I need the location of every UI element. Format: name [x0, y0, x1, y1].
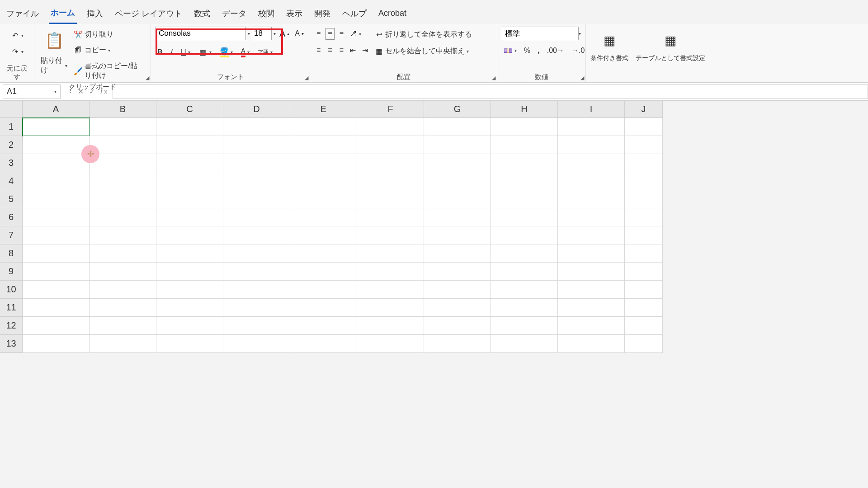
cell[interactable]	[625, 154, 663, 172]
row-header[interactable]: 12	[0, 317, 23, 335]
col-header[interactable]: C	[156, 101, 223, 118]
redo-button[interactable]: ↷▾	[9, 46, 25, 57]
cell[interactable]	[625, 281, 663, 299]
cell[interactable]	[625, 118, 663, 136]
decrease-decimal-button[interactable]: →.0	[570, 45, 586, 56]
cell[interactable]	[558, 317, 625, 335]
row-header[interactable]: 4	[0, 172, 23, 190]
cell[interactable]	[290, 172, 357, 190]
underline-button[interactable]: U▾	[179, 47, 192, 58]
conditional-format-button[interactable]: 条件付き書式	[590, 55, 628, 61]
cell[interactable]	[290, 299, 357, 317]
cell[interactable]	[491, 118, 558, 136]
row-header[interactable]: 2	[0, 136, 23, 154]
cell[interactable]	[558, 118, 625, 136]
cell[interactable]	[558, 208, 625, 226]
tab-help[interactable]: ヘルプ	[340, 5, 368, 23]
cell[interactable]	[491, 136, 558, 154]
cell[interactable]	[290, 118, 357, 136]
cell[interactable]	[424, 154, 491, 172]
cell[interactable]	[223, 299, 290, 317]
cell[interactable]	[625, 208, 663, 226]
cell[interactable]	[156, 226, 223, 244]
row-header[interactable]: 6	[0, 208, 23, 226]
cut-button[interactable]: ✂️切り取り	[72, 28, 146, 41]
cell[interactable]	[90, 172, 156, 190]
tab-acrobat[interactable]: Acrobat	[377, 6, 408, 23]
cell[interactable]	[424, 190, 491, 208]
decrease-indent-button[interactable]: ⇤	[348, 45, 358, 56]
cell[interactable]	[491, 244, 558, 263]
cell[interactable]	[223, 190, 290, 208]
cell[interactable]	[290, 263, 357, 281]
cell[interactable]	[290, 190, 357, 208]
cell[interactable]	[424, 244, 491, 263]
cell[interactable]	[424, 172, 491, 190]
tab-home[interactable]: ホーム	[49, 5, 77, 24]
fill-color-button[interactable]: 🪣▾	[218, 46, 235, 59]
cell[interactable]	[156, 244, 223, 263]
tab-data[interactable]: データ	[220, 5, 248, 23]
cell[interactable]	[223, 335, 290, 353]
wrap-text-button[interactable]: ↩折り返して全体を表示する	[373, 28, 474, 41]
row-header[interactable]: 13	[0, 335, 23, 353]
cell[interactable]	[357, 118, 424, 136]
increase-font-button[interactable]: A▴	[278, 27, 291, 40]
row-header[interactable]: 10	[0, 281, 23, 299]
row-header[interactable]: 7	[0, 226, 23, 244]
cell[interactable]	[23, 118, 90, 136]
cell[interactable]	[90, 136, 156, 154]
cell[interactable]	[23, 154, 90, 172]
undo-button[interactable]: ↶▾	[9, 29, 25, 41]
cell[interactable]	[156, 317, 223, 335]
cell[interactable]	[424, 136, 491, 154]
format-painter-button[interactable]: 🖌️書式のコピー/貼り付け	[72, 60, 146, 82]
cell[interactable]	[357, 208, 424, 226]
cell[interactable]	[156, 263, 223, 281]
decrease-font-button[interactable]: A▾	[293, 28, 306, 39]
cell[interactable]	[156, 136, 223, 154]
cell[interactable]	[558, 299, 625, 317]
font-expand-icon[interactable]: ◢	[305, 75, 308, 81]
font-family-select[interactable]	[156, 27, 246, 40]
paste-icon[interactable]: 📋	[44, 27, 64, 54]
col-header[interactable]: F	[357, 101, 424, 118]
align-middle-button[interactable]: ≡	[326, 28, 334, 39]
cell[interactable]	[357, 263, 424, 281]
cell[interactable]	[558, 244, 625, 263]
cell[interactable]	[223, 244, 290, 263]
cell[interactable]	[357, 244, 424, 263]
borders-button[interactable]: ▦▾	[197, 47, 213, 58]
font-color-button[interactable]: A▾	[239, 46, 252, 59]
cell[interactable]	[290, 136, 357, 154]
cell[interactable]	[23, 317, 90, 335]
phonetic-button[interactable]: ア亜▾	[256, 47, 274, 57]
cell[interactable]	[23, 226, 90, 244]
cell[interactable]	[223, 118, 290, 136]
format-table-button[interactable]: テーブルとして書式設定	[636, 55, 705, 61]
cell[interactable]	[558, 335, 625, 353]
cell[interactable]	[156, 172, 223, 190]
cell[interactable]	[23, 281, 90, 299]
cell[interactable]	[90, 244, 156, 263]
cell[interactable]	[357, 317, 424, 335]
cell[interactable]	[357, 136, 424, 154]
cell[interactable]	[156, 335, 223, 353]
align-expand-icon[interactable]: ◢	[492, 75, 495, 81]
cell[interactable]	[156, 190, 223, 208]
cell[interactable]	[23, 172, 90, 190]
cell[interactable]	[156, 208, 223, 226]
chevron-down-icon[interactable]: ▾	[274, 31, 276, 36]
cell[interactable]	[558, 154, 625, 172]
cell[interactable]	[90, 299, 156, 317]
col-header[interactable]: J	[625, 101, 663, 118]
cell[interactable]	[491, 317, 558, 335]
align-top-button[interactable]: ≡	[315, 28, 322, 39]
cell[interactable]	[223, 154, 290, 172]
cell[interactable]	[23, 136, 90, 154]
cell[interactable]	[558, 136, 625, 154]
cell[interactable]	[491, 281, 558, 299]
align-right-button[interactable]: ≡	[338, 45, 345, 56]
col-header[interactable]: A	[23, 101, 90, 118]
align-left-button[interactable]: ≡	[315, 45, 322, 56]
